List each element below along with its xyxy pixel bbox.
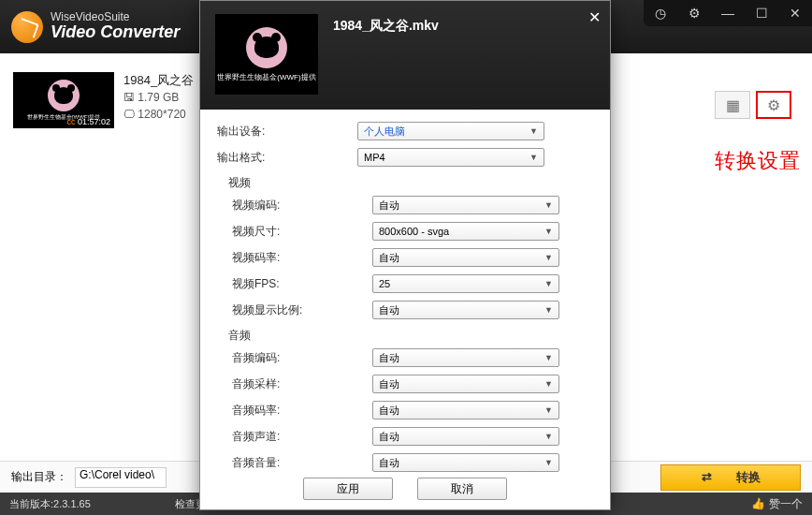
output-path-input[interactable]: G:\Corel video\ <box>75 467 167 488</box>
gear-icon: ⚙ <box>767 96 780 114</box>
list-view-button[interactable]: ▦ <box>715 91 750 119</box>
dialog-filename: 1984_风之谷.mkv <box>333 14 439 96</box>
refresh-icon: ⇄ <box>702 470 712 484</box>
chevron-down-icon: ▼ <box>544 305 553 315</box>
version-label: 当前版本:2.3.1.65 <box>9 497 91 511</box>
video-dimensions: 1280*720 <box>138 108 185 121</box>
chevron-down-icon: ▼ <box>529 153 538 162</box>
chevron-down-icon: ▼ <box>544 253 553 262</box>
audio-channel-select[interactable]: 自动▼ <box>372 427 559 446</box>
chevron-down-icon: ▼ <box>529 126 538 136</box>
chevron-down-icon: ▼ <box>544 432 553 441</box>
dialog-thumbnail: 世界野生生物基金(WWF)提供 <box>215 14 318 95</box>
thumbs-up-icon: 👍 <box>751 497 765 510</box>
video-codec-select[interactable]: 自动▼ <box>372 196 559 214</box>
maximize-button[interactable]: ☐ <box>745 0 778 26</box>
dialog-close-button[interactable]: ✕ <box>588 8 601 26</box>
convert-button[interactable]: ⇄ 转换 <box>660 464 801 491</box>
audio-section-header: 音频 <box>228 328 593 344</box>
video-size: 1.79 GB <box>138 91 179 104</box>
settings-dialog: ✕ 世界野生生物基金(WWF)提供 1984_风之谷.mkv 输出设备: 个人电… <box>199 0 611 510</box>
audio-sample-select[interactable]: 自动▼ <box>372 375 559 393</box>
output-device-select[interactable]: 个人电脑▼ <box>357 122 544 140</box>
like-button[interactable]: 👍赞一个 <box>751 496 803 512</box>
apply-button[interactable]: 应用 <box>303 478 393 500</box>
chevron-down-icon: ▼ <box>544 458 553 467</box>
audio-volume-select[interactable]: 自动▼ <box>372 453 559 472</box>
video-list-item[interactable]: 世界野生生物基金(WWF)提供 cc 01:57:02 1984_风之谷 🖫 1… <box>13 72 194 128</box>
video-title: 1984_风之谷 <box>123 72 194 89</box>
chevron-down-icon: ▼ <box>544 379 553 389</box>
window-controls: ◷ ⚙ — ☐ ✕ <box>644 0 812 26</box>
video-aspect-select[interactable]: 自动▼ <box>372 301 559 319</box>
video-fps-select[interactable]: 25▼ <box>372 274 559 293</box>
video-size-select[interactable]: 800x600 - svga▼ <box>372 222 559 241</box>
audio-codec-select[interactable]: 自动▼ <box>372 348 559 367</box>
output-dir-label: 输出目录： <box>11 469 67 485</box>
settings-icon[interactable]: ⚙ <box>677 0 711 26</box>
close-button[interactable]: ✕ <box>778 0 812 26</box>
cancel-button[interactable]: 取消 <box>417 478 507 500</box>
app-product-name: Video Converter <box>51 23 180 42</box>
video-bitrate-select[interactable]: 自动▼ <box>372 248 559 267</box>
list-icon: ▦ <box>726 96 740 114</box>
chevron-down-icon: ▼ <box>544 227 553 236</box>
annotation-label: 转换设置 <box>715 147 801 175</box>
chevron-down-icon: ▼ <box>544 353 553 362</box>
chevron-down-icon: ▼ <box>544 200 553 210</box>
minimize-button[interactable]: — <box>711 0 745 26</box>
chevron-down-icon: ▼ <box>544 405 553 415</box>
video-thumbnail: 世界野生生物基金(WWF)提供 cc 01:57:02 <box>13 72 114 128</box>
chevron-down-icon: ▼ <box>544 279 553 288</box>
settings-button[interactable]: ⚙ <box>756 91 791 119</box>
clock-icon[interactable]: ◷ <box>644 0 677 26</box>
audio-bitrate-select[interactable]: 自动▼ <box>372 401 559 419</box>
video-section-header: 视频 <box>228 175 593 191</box>
output-format-select[interactable]: MP4▼ <box>357 148 544 167</box>
app-logo <box>11 11 43 43</box>
